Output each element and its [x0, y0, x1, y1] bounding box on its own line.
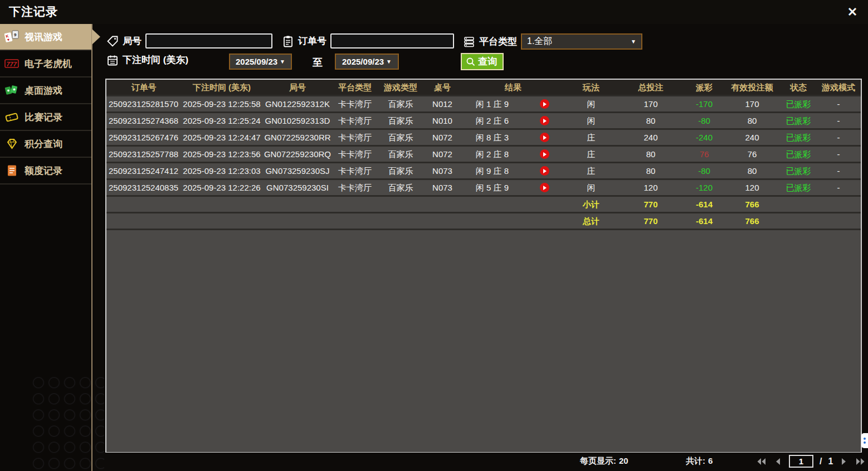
table-row[interactable]: 2509231252674762025-09-23 12:24:47GN0722… [106, 130, 861, 147]
cell-bet-time: 2025-09-23 12:23:03 [181, 163, 262, 178]
round-filter: 局号 [106, 33, 272, 48]
sidebar-item-quota-records[interactable]: 额度记录 [0, 158, 91, 184]
grand-total-row: 总计770-614766 [106, 213, 861, 230]
cell-result [461, 197, 565, 212]
result-text: 闲 9 庄 8 [461, 163, 524, 178]
cell-order-no: 250923125247412 [106, 163, 181, 178]
sidebar-item-table-games[interactable]: 桌面游戏 [0, 77, 91, 104]
subtotal-row: 小计770-614766 [106, 197, 861, 213]
cell-table-no: N073 [424, 163, 461, 178]
betting-records-window: 下注记录 ✕ K ♥ 9 视讯游戏 777 [0, 0, 868, 471]
records-table: 订单号 下注时间 (美东) 局号 平台类型 游戏类型 桌号 结果 玩法 总投注 … [105, 79, 862, 453]
cell-result: 闲 1 庄 9 [461, 96, 565, 111]
cell-payout: -170 [685, 96, 724, 111]
next-page-icon[interactable] [839, 457, 849, 467]
total-pages-value: 1 [828, 457, 833, 467]
cell-total-bet: 240 [617, 130, 685, 145]
date-from-picker[interactable]: 2025/09/23 ▼ [229, 54, 292, 70]
cell-result: 闲 5 庄 9 [461, 180, 565, 195]
cell-game-type: 百家乐 [377, 113, 424, 128]
cell-total-bet: 170 [617, 96, 685, 111]
cell-total-bet: 770 [617, 213, 685, 229]
cell-payout: -80 [685, 163, 724, 178]
round-input[interactable] [145, 33, 272, 48]
sidebar-item-points-query[interactable]: 积分查询 [0, 131, 91, 158]
play-video-icon[interactable] [524, 99, 565, 109]
cell-round-no: GN0122592312K [262, 96, 333, 111]
cell-order-no [106, 213, 181, 229]
result-text: 闲 2 庄 6 [461, 113, 524, 128]
document-icon [4, 164, 19, 177]
sidebar-item-slots[interactable]: 777 电子老虎机 [0, 51, 91, 77]
header-game-type: 游戏类型 [377, 80, 424, 95]
edge-widget-handle[interactable] [861, 433, 868, 448]
platform-select[interactable]: 1.全部 ▼ [521, 33, 642, 50]
cell-status: 已派彩 [781, 130, 816, 145]
result-text: 闲 5 庄 9 [461, 180, 524, 195]
cell-payout: 76 [685, 147, 724, 162]
cell-table-no: N010 [424, 113, 461, 128]
header-table-no: 桌号 [424, 80, 461, 95]
cell-payout: -120 [685, 180, 724, 195]
result-text: 闲 1 庄 9 [461, 96, 524, 111]
clipboard-icon [282, 35, 294, 47]
table-row[interactable]: 2509231252474122025-09-23 12:23:03GN0732… [106, 163, 861, 180]
search-icon [466, 57, 476, 67]
cell-play-type: 闲 [565, 96, 617, 111]
pagination-bar: 每页显示: 20 共计: 6 / 1 [92, 453, 868, 471]
sidebar-item-video-games[interactable]: K ♥ 9 视讯游戏 [0, 24, 91, 51]
cell-round-no: GN072259230RR [262, 130, 333, 145]
close-icon[interactable]: ✕ [845, 4, 860, 20]
cell-game-type [377, 213, 424, 229]
cell-payout: -614 [685, 213, 724, 229]
cell-platform: 卡卡湾厅 [333, 163, 377, 178]
svg-text:777: 777 [7, 61, 17, 67]
cell-game-mode: - [816, 147, 861, 162]
play-video-icon[interactable] [524, 116, 565, 125]
date-to-picker[interactable]: 2025/09/23 ▼ [335, 54, 399, 70]
cell-result [461, 213, 565, 229]
cell-status: 已派彩 [781, 147, 816, 162]
slots-777-icon: 777 [4, 57, 19, 70]
header-bet-time: 下注时间 (美东) [181, 80, 262, 95]
cell-order-no: 250923125257788 [106, 147, 181, 162]
cell-bet-time [181, 213, 262, 229]
cell-bet-time: 2025-09-23 12:25:24 [181, 113, 262, 128]
table-body: 2509231252815702025-09-23 12:25:58GN0122… [106, 96, 861, 230]
cell-game-mode: - [816, 113, 861, 128]
main-panel: 局号 订单号 平台类型 1.全部 ▼ 下注时间 (美东) [92, 23, 868, 471]
cell-total-bet: 80 [617, 163, 685, 178]
cell-total-bet: 80 [617, 113, 685, 128]
blue-dot-icon [864, 438, 866, 440]
prev-page-icon[interactable] [773, 457, 783, 467]
cell-platform: 卡卡湾厅 [333, 130, 377, 145]
table-row[interactable]: 2509231252743682025-09-23 12:25:24GN0102… [106, 113, 861, 130]
svg-text:9: 9 [14, 32, 17, 37]
cell-play-type: 庄 [565, 147, 617, 162]
result-text: 闲 2 庄 8 [461, 147, 524, 162]
round-label: 局号 [123, 35, 142, 47]
query-button[interactable]: 查询 [461, 53, 504, 70]
order-input[interactable] [330, 33, 454, 48]
play-video-icon[interactable] [524, 183, 565, 192]
table-row[interactable]: 2509231252815702025-09-23 12:25:58GN0122… [106, 96, 861, 113]
cell-play-type: 总计 [565, 213, 617, 229]
cell-order-no: 250923125281570 [106, 96, 181, 111]
table-row[interactable]: 2509231252577882025-09-23 12:23:56GN0722… [106, 147, 861, 163]
order-label: 订单号 [298, 35, 326, 47]
table-row[interactable]: 2509231252408352025-09-23 12:22:26GN0732… [106, 180, 861, 197]
cell-total-bet: 120 [617, 180, 685, 195]
cell-platform [333, 213, 377, 229]
last-page-icon[interactable] [855, 457, 865, 467]
platform-stack-icon [463, 36, 475, 48]
cell-order-no [106, 197, 181, 212]
cell-play-type: 闲 [565, 180, 617, 195]
first-page-icon[interactable] [757, 457, 767, 467]
cell-game-type: 百家乐 [377, 130, 424, 145]
sidebar-item-match-records[interactable]: 比赛记录 [0, 104, 91, 131]
platform-filter: 平台类型 1.全部 ▼ [463, 33, 642, 50]
play-video-icon[interactable] [524, 133, 565, 142]
play-video-icon[interactable] [524, 149, 565, 159]
play-video-icon[interactable] [524, 166, 565, 176]
page-number-input[interactable] [789, 455, 813, 468]
